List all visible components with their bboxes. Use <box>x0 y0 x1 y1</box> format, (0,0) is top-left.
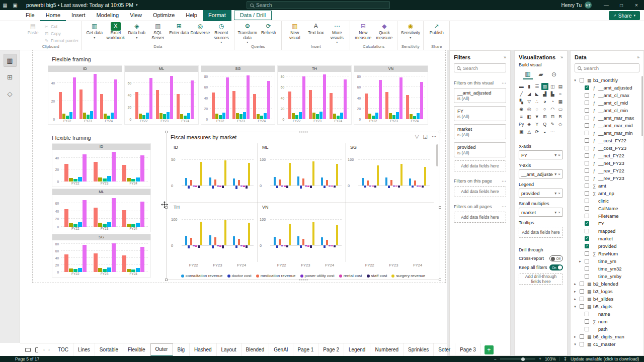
data-search[interactable] <box>575 63 639 72</box>
clustered-bar-chart-icon[interactable]: ☰ <box>533 83 541 90</box>
table-view-icon[interactable]: ⊞ <box>4 70 17 83</box>
chevron-right-icon[interactable]: ▸ <box>578 259 583 263</box>
field-amt-mar-mid[interactable]: ƒ__amt_mar_mid <box>572 122 643 129</box>
page-tab-hashed[interactable]: Hashed <box>190 343 216 356</box>
flex-chart-ml[interactable]: ML0204060FY22FY23FY24 <box>124 65 199 125</box>
field-amt-cl-max[interactable]: ƒ__amt_cl_max <box>572 92 643 99</box>
ribbon-tab-home[interactable]: Home <box>40 10 66 21</box>
collapse-pane-icon[interactable]: » <box>637 55 639 60</box>
filter-card-amt-adjusted[interactable]: __amt_adjustedis (All) <box>454 88 506 103</box>
line-and-clustered-column-chart-icon[interactable]: ▙ <box>549 90 556 98</box>
field-checkbox[interactable] <box>585 101 589 105</box>
field-checkbox[interactable] <box>585 85 589 90</box>
area-chart-icon[interactable]: ◢ <box>526 90 533 98</box>
chevron-down-icon[interactable]: ▾ <box>573 78 578 82</box>
page-tab-page-3[interactable]: Page 3 <box>455 343 481 356</box>
table-b4-slides[interactable]: ▸▦b4_slides <box>572 295 643 303</box>
data-search-input[interactable] <box>584 65 636 71</box>
field-amt-cl-mid[interactable]: ƒ__amt_cl_mid <box>572 99 643 107</box>
field-checkbox[interactable] <box>585 274 589 279</box>
focus-mode-icon[interactable]: ◱ <box>423 134 428 139</box>
map-icon[interactable]: ◉ <box>518 106 525 113</box>
field-rownum[interactable]: ∑RowNum <box>572 250 643 257</box>
ribbon-tab-help[interactable]: Help <box>180 10 203 21</box>
field-checkbox[interactable] <box>585 221 589 226</box>
data-pane-scrollbar[interactable] <box>641 76 643 136</box>
page-tab-sprinkles[interactable]: Sprinkles <box>404 343 434 356</box>
field-checkbox[interactable] <box>580 334 584 339</box>
paste-button[interactable]: ▤Paste <box>23 22 43 36</box>
add-drill-through-fields-dropzone[interactable]: Add drill-through fields here <box>519 274 563 285</box>
chevron-right-icon[interactable]: ▸ <box>573 297 578 301</box>
chevron-right-icon[interactable]: ▸ <box>573 290 578 294</box>
field-checkbox[interactable] <box>580 78 584 82</box>
share-button[interactable]: ↗ Share ▾ <box>609 11 640 20</box>
field-checkbox[interactable] <box>585 131 589 135</box>
shape-map-icon[interactable]: ◌ <box>533 106 541 113</box>
global-search-input[interactable] <box>256 3 386 8</box>
panel-th[interactable]: TH1000 <box>170 203 258 262</box>
drag-grip-bottom[interactable] <box>299 279 308 281</box>
filter-card-market[interactable]: marketis (All) <box>454 124 506 139</box>
excel-workbook-button[interactable]: XExcel workbook <box>105 22 126 40</box>
field-filename[interactable]: FileName <box>572 212 643 220</box>
ribbon-tab-format[interactable]: Format <box>203 10 231 21</box>
page-tab-soter[interactable]: Soter <box>434 343 455 356</box>
page-tab-flexible[interactable]: Flexible <box>123 343 150 356</box>
more-options-icon[interactable]: ⋯ <box>502 204 506 209</box>
table-b1-monthly[interactable]: ▾▦b1_monthly <box>572 76 643 84</box>
chevron-right-icon[interactable]: ▸ <box>573 335 578 339</box>
field-mapped[interactable]: mapped <box>572 227 643 235</box>
ribbon-tab-insert[interactable]: Insert <box>66 10 91 21</box>
gauge-icon[interactable]: ◠ <box>549 106 556 113</box>
table-c1-master[interactable]: ▾▦c1_master <box>572 340 643 348</box>
field-checkbox[interactable] <box>585 244 589 248</box>
field-path[interactable]: path <box>572 325 643 333</box>
flex-chart-sg[interactable]: SG020406080FY22FY23FY24 <box>201 65 275 125</box>
qna-visual-icon[interactable]: Q <box>541 121 549 128</box>
panel-empty[interactable] <box>346 203 434 262</box>
add-data-fields-dropzone[interactable]: Add data fields here <box>519 227 563 238</box>
stacked-column-chart-icon[interactable]: ▮ <box>526 83 533 90</box>
data-hub-button[interactable]: ◈Data hub▾ <box>126 22 147 39</box>
panel-ml[interactable]: ML1000 <box>258 143 346 203</box>
filter-funnel-icon[interactable]: ▽ <box>415 134 419 139</box>
flex-chart-vn[interactable]: VN020406080FY22FY23FY24 <box>354 65 428 125</box>
field-num[interactable]: ∑num <box>572 318 643 325</box>
field-chip-provided[interactable]: provided▾× <box>519 189 563 198</box>
more-options-icon[interactable]: ⋯ <box>432 134 437 139</box>
smart-narrative-icon[interactable]: ✎ <box>549 121 556 128</box>
field-fy[interactable]: FY <box>572 220 643 227</box>
global-search[interactable] <box>247 1 390 9</box>
field-net-fy23[interactable]: ƒ__net_FY23 <box>572 159 643 167</box>
page-tab-outer[interactable]: Outer <box>150 343 173 356</box>
field-amt-np[interactable]: ∑amt_np <box>572 190 643 197</box>
field-chip-amt-adjusted[interactable]: __amt_adjusted▾× <box>519 169 563 178</box>
field-time-ym[interactable]: ▸time_ym <box>572 257 643 265</box>
flex-chart-id[interactable]: ID02040FY22FY23FY24 <box>52 143 151 187</box>
more-options-icon[interactable]: ⋯ <box>502 178 506 184</box>
flexible-framing-column-visual[interactable]: ID02040FY22FY23FY24ML0204060FY22FY23FY24… <box>52 143 151 278</box>
filters-search-input[interactable] <box>463 65 503 71</box>
remove-field-icon[interactable]: × <box>558 191 560 196</box>
field-checkbox[interactable] <box>585 206 589 211</box>
cross-report-toggle[interactable]: Off <box>549 255 563 261</box>
resize-handle-e[interactable] <box>439 206 441 209</box>
resize-handle-se[interactable] <box>439 279 441 281</box>
ribbon-tab-file[interactable]: File <box>20 10 40 21</box>
power-automate-icon[interactable]: ⟳ <box>533 128 541 135</box>
field-checkbox[interactable] <box>585 266 589 271</box>
chevron-down-icon[interactable]: ▾ <box>573 305 578 309</box>
table-b5-digits[interactable]: ▾▦b5_digits <box>572 303 643 310</box>
paginated-report-icon[interactable]: ▣ <box>518 128 525 135</box>
field-checkbox[interactable] <box>580 282 584 286</box>
field-cost-fy22[interactable]: ƒ__cost_FY22 <box>572 137 643 144</box>
add-data-fields-dropzone[interactable]: Add data fields here <box>454 160 506 171</box>
field-checkbox[interactable] <box>585 251 589 256</box>
flex-chart-id[interactable]: ID02040FY22FY23FY24 <box>48 65 122 125</box>
stacked-area-chart-icon[interactable]: ◣ <box>533 90 541 98</box>
flex-chart-sg[interactable]: SG020406080FY22FY23FY24 <box>52 234 151 278</box>
remove-field-icon[interactable]: × <box>558 153 560 157</box>
field-amt-mar-max[interactable]: ƒ__amt_mar_max <box>572 114 643 122</box>
user-name[interactable]: Henry Tu <box>561 3 582 8</box>
